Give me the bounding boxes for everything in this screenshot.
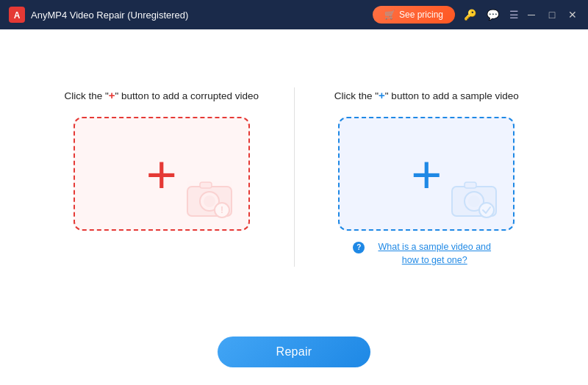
corrupted-video-panel: Click the "+" button to add a corrupted … <box>29 73 294 246</box>
minimize-button[interactable]: ─ <box>525 9 538 21</box>
svg-text:!: ! <box>220 205 223 215</box>
see-pricing-button[interactable]: 🛒 See pricing <box>373 6 455 24</box>
app-logo: A <box>9 7 25 23</box>
add-sample-icon: + <box>411 148 442 201</box>
svg-point-10 <box>468 195 480 207</box>
close-button[interactable]: ✕ <box>566 9 579 21</box>
maximize-button[interactable]: □ <box>545 9 559 21</box>
svg-point-4 <box>204 195 215 207</box>
bottom-bar: Repair <box>0 325 588 385</box>
cart-icon: 🛒 <box>384 10 395 20</box>
sample-video-panel: Click the "+" button to add a sample vid… <box>295 73 559 282</box>
corrupted-drop-zone[interactable]: + ! <box>74 117 250 231</box>
app-title: AnyMP4 Video Repair (Unregistered) <box>31 10 373 21</box>
titlebar-actions: 🔑 💬 ☰ <box>464 9 519 21</box>
chat-icon[interactable]: 💬 <box>487 9 499 21</box>
main-content: Click the "+" button to add a corrupted … <box>0 29 588 325</box>
window-controls: ─ □ ✕ <box>525 9 579 21</box>
sample-drop-zone[interactable]: + <box>338 117 514 231</box>
sample-camera-icon <box>448 176 500 222</box>
svg-text:A: A <box>14 10 21 21</box>
question-icon: ? <box>353 242 365 253</box>
panels-container: Click the "+" button to add a corrupted … <box>29 73 559 282</box>
sample-instruction: Click the "+" button to add a sample vid… <box>334 87 519 104</box>
svg-rect-11 <box>465 182 476 188</box>
repair-button[interactable]: Repair <box>218 337 371 367</box>
svg-point-12 <box>479 203 494 217</box>
corrupted-instruction: Click the "+" button to add a corrupted … <box>64 87 259 104</box>
corrupted-camera-icon: ! <box>184 176 235 222</box>
menu-icon[interactable]: ☰ <box>509 9 519 21</box>
titlebar: A AnyMP4 Video Repair (Unregistered) 🛒 S… <box>0 0 588 29</box>
add-corrupted-icon: + <box>146 148 177 201</box>
svg-rect-5 <box>200 182 212 188</box>
sample-video-link[interactable]: ? What is a sample video and how to get … <box>353 241 500 267</box>
key-icon[interactable]: 🔑 <box>464 9 476 21</box>
